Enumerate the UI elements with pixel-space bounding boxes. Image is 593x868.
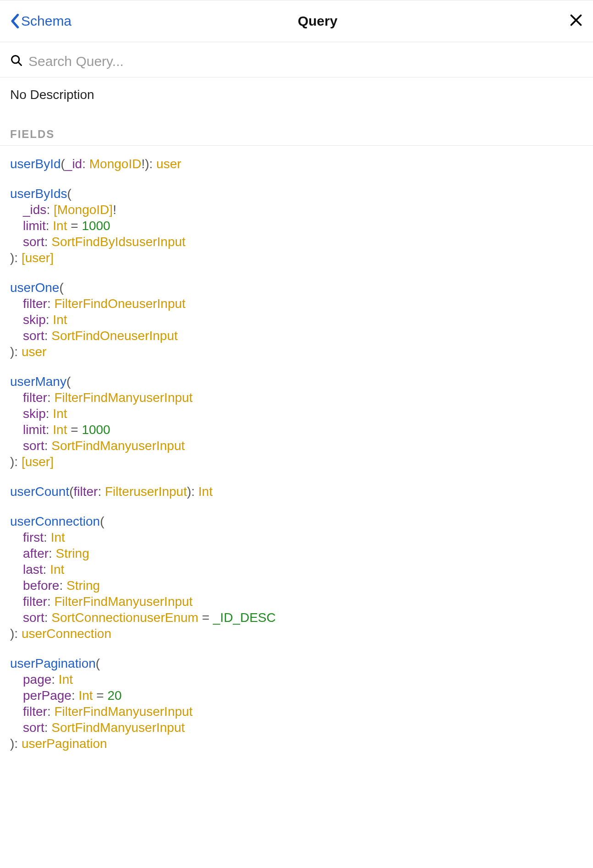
arg-type[interactable]: SortFindManyuserInput <box>51 720 185 735</box>
arg-name[interactable]: filter <box>74 484 98 499</box>
return-type[interactable]: user <box>22 345 46 359</box>
arg-type[interactable]: FilteruserInput <box>105 484 187 499</box>
arg-type[interactable]: String <box>56 546 89 560</box>
arg-type[interactable]: Int <box>53 423 67 437</box>
field-line: ): userConnection <box>10 626 583 642</box>
search-row <box>0 48 593 77</box>
field-line: ): user <box>10 344 583 360</box>
field-name[interactable]: userCount <box>10 484 69 499</box>
arg-line: filter: FilterFindManyuserInput <box>10 593 583 610</box>
field-line: userCount(filter: FilteruserInput): Int <box>10 483 583 500</box>
arg-type[interactable]: Int <box>53 313 67 327</box>
arg-type[interactable]: MongoID <box>57 203 110 217</box>
field-block: userOne(filter: FilterFindOneuserInputsk… <box>10 280 583 360</box>
arg-default: 20 <box>108 688 122 703</box>
arg-name[interactable]: first <box>23 530 44 544</box>
arg-name[interactable]: filter <box>23 704 47 719</box>
arg-name[interactable]: page <box>23 672 51 687</box>
back-button[interactable]: Schema <box>10 13 71 29</box>
return-type[interactable]: user <box>25 251 50 265</box>
arg-type[interactable]: SortFindManyuserInput <box>51 439 185 453</box>
field-name[interactable]: userOne <box>10 280 59 295</box>
arg-name[interactable]: sort <box>23 235 44 249</box>
search-icon <box>10 54 23 69</box>
fields-section-label: FIELDS <box>0 128 593 146</box>
return-type[interactable]: Int <box>198 484 213 499</box>
type-description: No Description <box>0 77 593 107</box>
field-line: ): userPagination <box>10 736 583 752</box>
field-line: ): [user] <box>10 454 583 470</box>
arg-type[interactable]: MongoID <box>89 157 142 171</box>
arg-name[interactable]: limit <box>23 423 46 437</box>
arg-line: sort: SortConnectionuserEnum = _ID_DESC <box>10 610 583 626</box>
arg-name[interactable]: perPage <box>23 688 71 703</box>
arg-line: sort: SortFindManyuserInput <box>10 438 583 454</box>
arg-line: last: Int <box>10 561 583 577</box>
arg-line: first: Int <box>10 529 583 545</box>
field-block: userCount(filter: FilteruserInput): Int <box>10 483 583 500</box>
field-name[interactable]: userByIds <box>10 187 67 201</box>
arg-line: before: String <box>10 577 583 593</box>
arg-name[interactable]: filter <box>23 594 47 609</box>
arg-default: 1000 <box>82 423 110 437</box>
page-title: Query <box>71 13 564 29</box>
arg-name[interactable]: after <box>23 546 49 560</box>
arg-type[interactable]: SortFindOneuserInput <box>51 329 178 343</box>
fields-list: userById(_id: MongoID!): useruserByIds(_… <box>0 146 593 775</box>
field-block: userPagination(page: IntperPage: Int = 2… <box>10 655 583 752</box>
field-line: userMany( <box>10 374 583 390</box>
field-line: userOne( <box>10 280 583 296</box>
arg-line: filter: FilterFindManyuserInput <box>10 390 583 406</box>
field-name[interactable]: userById <box>10 157 61 171</box>
arg-type[interactable]: Int <box>51 530 65 544</box>
arg-name[interactable]: sort <box>23 720 44 735</box>
arg-line: filter: FilterFindOneuserInput <box>10 296 583 312</box>
arg-line: limit: Int = 1000 <box>10 422 583 438</box>
svg-line-3 <box>18 62 21 65</box>
arg-name[interactable]: sort <box>23 329 44 343</box>
arg-type[interactable]: FilterFindManyuserInput <box>54 594 192 609</box>
close-button[interactable] <box>564 13 583 29</box>
return-type[interactable]: userPagination <box>22 736 107 751</box>
arg-name[interactable]: limit <box>23 219 46 233</box>
return-type[interactable]: userConnection <box>22 626 111 641</box>
arg-type[interactable]: FilterFindManyuserInput <box>54 390 192 405</box>
field-name[interactable]: userMany <box>10 374 66 389</box>
arg-line: skip: Int <box>10 406 583 422</box>
arg-name[interactable]: _ids <box>23 203 46 217</box>
back-label: Schema <box>21 13 71 29</box>
arg-type[interactable]: Int <box>59 672 73 687</box>
return-type[interactable]: user <box>25 455 50 469</box>
search-input[interactable] <box>27 53 583 70</box>
arg-type[interactable]: Int <box>53 407 67 421</box>
arg-name[interactable]: skip <box>23 313 46 327</box>
arg-default: _ID_DESC <box>213 610 276 625</box>
arg-name[interactable]: sort <box>23 610 44 625</box>
arg-name[interactable]: _id <box>65 157 82 171</box>
arg-type[interactable]: Int <box>78 688 93 703</box>
field-name[interactable]: userPagination <box>10 656 96 670</box>
arg-type[interactable]: Int <box>50 562 64 577</box>
arg-line: page: Int <box>10 671 583 687</box>
arg-name[interactable]: sort <box>23 439 44 453</box>
arg-type[interactable]: FilterFindOneuserInput <box>54 297 185 311</box>
arg-type[interactable]: SortFindByIdsuserInput <box>51 235 186 249</box>
arg-name[interactable]: before <box>23 578 59 593</box>
arg-type[interactable]: Int <box>53 219 67 233</box>
arg-type[interactable]: SortConnectionuserEnum <box>51 610 198 625</box>
field-name[interactable]: userConnection <box>10 514 100 528</box>
arg-type[interactable]: FilterFindManyuserInput <box>54 704 192 719</box>
arg-line: sort: SortFindOneuserInput <box>10 328 583 344</box>
arg-name[interactable]: filter <box>23 297 47 311</box>
field-line: userPagination( <box>10 655 583 671</box>
arg-name[interactable]: filter <box>23 390 47 405</box>
return-type[interactable]: user <box>156 157 181 171</box>
arg-name[interactable]: last <box>23 562 43 577</box>
arg-line: sort: SortFindManyuserInput <box>10 720 583 736</box>
field-block: userById(_id: MongoID!): user <box>10 156 583 172</box>
arg-name[interactable]: skip <box>23 407 46 421</box>
arg-line: skip: Int <box>10 312 583 328</box>
chevron-left-icon <box>10 13 19 29</box>
close-icon <box>569 21 583 28</box>
arg-type[interactable]: String <box>66 578 100 593</box>
